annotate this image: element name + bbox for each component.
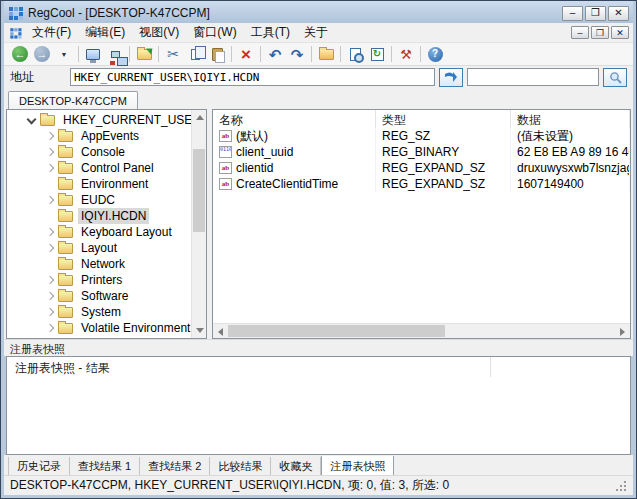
menu-about[interactable]: 关于: [297, 22, 335, 43]
menu-tools[interactable]: 工具(T): [244, 22, 297, 43]
scroll-up-button[interactable]: [192, 110, 207, 125]
value-row-createclientidtime[interactable]: ab CreateClientidTime REG_EXPAND_SZ 1607…: [213, 176, 630, 192]
copy-button[interactable]: [184, 44, 206, 64]
tree-item-control-panel[interactable]: Control Panel: [7, 160, 191, 176]
tree-scroll-thumb[interactable]: [193, 149, 205, 232]
redo-button[interactable]: ↷: [286, 44, 308, 64]
expander-icon[interactable]: [43, 321, 57, 335]
forward-button[interactable]: →: [31, 44, 53, 64]
back-button[interactable]: ←: [9, 44, 31, 64]
menu-window[interactable]: 窗口(W): [186, 22, 243, 43]
column-header-type[interactable]: 类型: [376, 110, 511, 128]
mdi-restore-button[interactable]: ❐: [591, 26, 609, 39]
search-button[interactable]: [603, 68, 627, 87]
snapshot-panel-caption: 注册表快照: [4, 339, 633, 356]
copy-icon: [191, 49, 200, 60]
window-title: RegCool - [DESKTOP-K47CCPM]: [28, 6, 562, 20]
expander-icon[interactable]: [25, 113, 39, 127]
expander-icon[interactable]: [43, 145, 57, 159]
load-hive-button[interactable]: [133, 44, 155, 64]
folder-icon: [58, 147, 73, 158]
expander-icon[interactable]: [43, 225, 57, 239]
value-row-default[interactable]: ab (默认) REG_SZ (值未设置): [213, 128, 630, 144]
list-scroll-thumb[interactable]: [228, 325, 445, 337]
tree-item-network[interactable]: Network: [7, 256, 191, 272]
menu-file[interactable]: 文件(F): [25, 22, 78, 43]
expander-icon[interactable]: [43, 289, 57, 303]
help-button[interactable]: ?: [424, 44, 446, 64]
tree-item-software[interactable]: Software: [7, 288, 191, 304]
column-header-name[interactable]: 名称: [213, 110, 376, 128]
scroll-right-button[interactable]: [615, 324, 630, 339]
expander-icon[interactable]: [43, 273, 57, 287]
expander-icon[interactable]: [43, 305, 57, 319]
tree-item-keyboard-layout[interactable]: Keyboard Layout: [7, 224, 191, 240]
cut-button[interactable]: ✂: [162, 44, 184, 64]
tree-item-appevents[interactable]: AppEvents: [7, 128, 191, 144]
expander-icon[interactable]: [43, 209, 57, 223]
tree-item-volatile-environment[interactable]: Volatile Environment: [7, 320, 191, 336]
history-dropdown[interactable]: ▼: [53, 44, 75, 64]
scroll-down-button[interactable]: [192, 323, 207, 338]
delete-button[interactable]: ×: [235, 44, 257, 64]
tree-item-system[interactable]: System: [7, 304, 191, 320]
tree-item-printers[interactable]: Printers: [7, 272, 191, 288]
go-button[interactable]: [439, 68, 463, 87]
maximize-button[interactable]: ❒: [585, 6, 606, 21]
status-text: DESKTOP-K47CCPM, HKEY_CURRENT_USER\IQIYI…: [10, 477, 449, 494]
menu-view[interactable]: 视图(V): [132, 22, 186, 43]
folder-icon: [58, 211, 73, 222]
tab-desktop-k47ccpm[interactable]: DESKTOP-K47CCPM: [8, 91, 138, 109]
tree-item-iqiyi-hcdn[interactable]: IQIYI.HCDN: [7, 208, 191, 224]
paste-button[interactable]: [206, 44, 228, 64]
scroll-left-button[interactable]: [213, 324, 228, 339]
mdi-minimize-button[interactable]: –: [571, 26, 589, 39]
snapshot-results-panel: 注册表快照 - 结果: [6, 356, 631, 455]
address-input[interactable]: [70, 68, 435, 86]
tree-vertical-scrollbar[interactable]: [191, 110, 206, 338]
regcool-app-icon: [8, 6, 23, 20]
value-row-clientid[interactable]: ab clientid REG_EXPAND_SZ druxuwysxwb7ls…: [213, 160, 630, 176]
computer-icon: [86, 49, 100, 60]
favorites-folder-button[interactable]: [315, 44, 337, 64]
tab-find-results-1[interactable]: 查找结果 1: [70, 457, 140, 477]
list-scroll-track[interactable]: [228, 324, 615, 338]
connect-computer-button[interactable]: [82, 44, 104, 64]
main-area: HKEY_CURRENT_USER AppEvents Console Cont…: [4, 109, 633, 339]
tree-item-console[interactable]: Console: [7, 144, 191, 160]
tree-item-environment[interactable]: Environment: [7, 176, 191, 192]
expander-icon[interactable]: [43, 161, 57, 175]
expander-icon[interactable]: [43, 241, 57, 255]
folder-icon: [58, 131, 73, 142]
menu-edit[interactable]: 编辑(E): [78, 22, 132, 43]
tab-compare-results[interactable]: 比较结果: [210, 457, 271, 477]
value-row-client-uuid[interactable]: 0110 1001 client_uuid REG_BINARY 62 E8 E…: [213, 144, 630, 160]
filter-input[interactable]: [467, 68, 599, 86]
minimize-button[interactable]: –: [562, 6, 583, 21]
resize-grip-icon[interactable]: [615, 480, 627, 492]
toolbar-separator: [231, 46, 232, 62]
tree-scroll-track[interactable]: [192, 125, 206, 323]
list-horizontal-scrollbar[interactable]: [213, 323, 630, 338]
network-button[interactable]: [104, 44, 126, 64]
expander-icon[interactable]: [43, 257, 57, 271]
mdi-close-button[interactable]: ✕: [611, 26, 629, 39]
search-registry-button[interactable]: [344, 44, 366, 64]
tree-item-hkey-current-user[interactable]: HKEY_CURRENT_USER: [7, 112, 191, 128]
back-icon: ←: [12, 46, 28, 62]
snapshot-results-column[interactable]: 注册表快照 - 结果: [7, 357, 491, 377]
expander-icon[interactable]: [43, 193, 57, 207]
column-header-data[interactable]: 数据: [511, 110, 630, 128]
undo-button[interactable]: ↶: [264, 44, 286, 64]
tools-button[interactable]: ⚒: [395, 44, 417, 64]
tab-find-results-2[interactable]: 查找结果 2: [140, 457, 210, 477]
close-button[interactable]: ✕: [608, 6, 629, 21]
tab-favorites[interactable]: 收藏夹: [271, 457, 321, 477]
tree-item-eudc[interactable]: EUDC: [7, 192, 191, 208]
expander-icon[interactable]: [43, 177, 57, 191]
expander-icon[interactable]: [43, 129, 57, 143]
refresh-button[interactable]: ↻: [366, 44, 388, 64]
tab-history[interactable]: 历史记录: [8, 457, 70, 477]
tree-item-layout[interactable]: Layout: [7, 240, 191, 256]
delete-icon: ×: [241, 46, 251, 63]
